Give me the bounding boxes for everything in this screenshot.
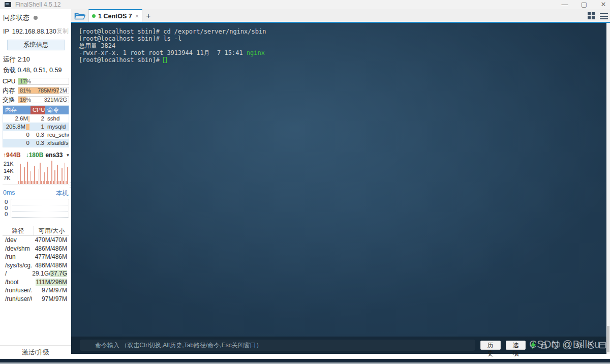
- process-header-command[interactable]: 命令: [45, 106, 69, 114]
- search-icon[interactable]: [564, 342, 571, 349]
- disk-path: /boot: [3, 278, 32, 287]
- process-row[interactable]: 0 0.3 rcu_sched: [3, 131, 69, 139]
- system-info-button[interactable]: 系统信息: [7, 40, 65, 50]
- cpu-meter-label: CPU: [3, 78, 18, 85]
- network-bar: [39, 169, 40, 184]
- process-table: 内存 CPU 命令 2.6M 2 sshd 205.8M 1 mysqld 0 …: [3, 105, 69, 147]
- network-bar: [63, 181, 64, 184]
- splitter-handle[interactable]: [70, 182, 71, 188]
- network-bar: [57, 165, 58, 184]
- tab-centos7[interactable]: 1 CentOS 7 ×: [88, 9, 142, 22]
- disk-row[interactable]: /run/user/0 97M/97M: [3, 295, 69, 304]
- disk-table-header[interactable]: 路径 可用/大小: [3, 226, 69, 236]
- lock-icon[interactable]: [540, 342, 547, 349]
- process-header-memory[interactable]: 内存: [3, 106, 30, 114]
- process-row[interactable]: 2.6M 2 sshd: [3, 114, 69, 123]
- layout-grid-icon[interactable]: [588, 12, 595, 20]
- disk-path: /sys/fs/cg...: [3, 261, 32, 270]
- disk-row[interactable]: /sys/fs/cg... 486M/486M: [3, 261, 69, 270]
- process-row[interactable]: 205.8M 1 mysqld: [3, 123, 69, 131]
- process-command: rcu_sched: [45, 131, 69, 139]
- history-button[interactable]: 历史: [480, 341, 501, 350]
- disk-header-size[interactable]: 可用/大小: [34, 226, 69, 235]
- disk-row[interactable]: /run/user/... 97M/97M: [3, 286, 69, 295]
- network-bar: [66, 181, 67, 184]
- process-cpu: 0.3: [30, 131, 45, 139]
- terminal-scrollbar[interactable]: [606, 23, 610, 354]
- network-bar: [56, 181, 57, 184]
- process-command: xfsaild/sd+: [45, 139, 69, 147]
- title-bar: FinalShell 4.5.12 — ▢ ✕: [0, 0, 610, 9]
- ping-host-link[interactable]: 本机: [56, 189, 69, 198]
- ip-row: IP 192.168.88.130 复制: [2, 25, 70, 39]
- network-bar: [43, 181, 44, 184]
- scrollbar-thumb[interactable]: [607, 326, 609, 352]
- connection-manager-button[interactable]: [71, 9, 88, 22]
- app-icon: [5, 2, 11, 7]
- network-bar: [21, 181, 22, 184]
- memory-meter-value: 785M/972M: [38, 87, 67, 94]
- disk-size: 486M/486M: [32, 245, 69, 253]
- ping-gridline: [12, 199, 68, 205]
- network-bar: [48, 181, 49, 184]
- tab-close-icon[interactable]: ×: [135, 13, 139, 20]
- disk-path: /dev: [3, 236, 32, 245]
- app-title: FinalShell 4.5.12: [15, 1, 60, 8]
- disk-table: 路径 可用/大小 /dev 470M/470M /dev/shm 486M/48…: [3, 226, 69, 303]
- process-memory: 2.6M: [15, 115, 28, 122]
- terminal[interactable]: [root@localhost sbin]# cd /export/server…: [71, 23, 606, 354]
- connected-status-dot: [92, 14, 96, 18]
- disk-row[interactable]: / 29.1G/37.7G: [3, 269, 69, 278]
- activate-upgrade-link[interactable]: 激活/升级: [0, 345, 71, 357]
- process-command: mysqld: [45, 123, 69, 131]
- sidebar: 同步状态 IP 192.168.88.130 复制 系统信息 运行 2:10 负…: [0, 9, 71, 359]
- ping-axis-label: 0: [3, 211, 11, 217]
- options-button[interactable]: 选项: [506, 341, 526, 350]
- close-icon[interactable]: ✕: [600, 0, 607, 9]
- monitor-icon[interactable]: [552, 342, 560, 349]
- menu-icon[interactable]: [600, 13, 608, 19]
- sync-status-dot[interactable]: [34, 16, 38, 20]
- chevron-down-icon[interactable]: ▼: [66, 153, 70, 158]
- lightning-icon[interactable]: [530, 341, 536, 349]
- copy-ip-button[interactable]: 复制: [56, 27, 69, 36]
- disk-row[interactable]: /run 477M/486M: [3, 253, 69, 261]
- new-tab-button[interactable]: +: [142, 9, 155, 22]
- process-cpu: 0.3: [30, 139, 45, 147]
- terminal-line: [root@localhost sbin]# cd /export/server…: [79, 28, 606, 35]
- minimize-icon[interactable]: —: [561, 0, 568, 9]
- command-input[interactable]: [80, 340, 475, 351]
- swap-meter-percent: 16%: [20, 97, 31, 103]
- download-rate: 180B: [29, 151, 44, 159]
- upload-circle-icon[interactable]: [587, 342, 595, 349]
- network-interface-select[interactable]: ens33: [45, 151, 63, 159]
- process-table-header[interactable]: 内存 CPU 命令: [3, 106, 69, 114]
- network-bar: [41, 181, 42, 184]
- terminal-line: [root@localhost sbin]# ls -l: [79, 35, 606, 42]
- disk-size: 29.1G/37.7G: [32, 270, 67, 277]
- window-bottom-edge: [0, 359, 610, 364]
- nginx-file-name: nginx: [247, 49, 265, 56]
- disk-header-path[interactable]: 路径: [3, 226, 34, 235]
- ping-header: 0ms 本机: [3, 189, 69, 198]
- network-header: ↑944B ↓180B ens33 ▼: [3, 151, 69, 159]
- process-header-cpu[interactable]: CPU: [30, 106, 45, 114]
- swap-meter-label: 交换: [3, 96, 18, 104]
- window-icon[interactable]: [599, 342, 606, 349]
- disk-row[interactable]: /boot 111M/296M: [3, 278, 69, 287]
- folder-icon: [74, 12, 85, 20]
- disk-size: 111M/296M: [36, 279, 67, 286]
- window-controls: — ▢ ✕: [561, 0, 607, 9]
- network-bar: [18, 181, 19, 184]
- disk-row[interactable]: /dev/shm 486M/486M: [3, 245, 69, 253]
- maximize-icon[interactable]: ▢: [581, 0, 588, 9]
- network-bar: [46, 181, 47, 184]
- gear-icon[interactable]: [575, 342, 583, 349]
- disk-row[interactable]: /dev 470M/470M: [3, 236, 69, 245]
- network-bar: [65, 163, 66, 184]
- process-row[interactable]: 0 0.3 xfsaild/sd+: [3, 139, 69, 147]
- network-bar: [53, 181, 54, 184]
- cpu-meter-percent: 17%: [20, 78, 31, 84]
- network-bar: [50, 181, 51, 184]
- network-bar: [20, 164, 21, 184]
